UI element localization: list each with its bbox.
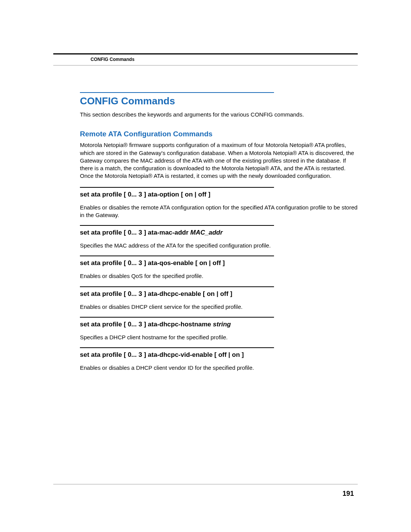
content-area: CONFIG Commands This section describes t… bbox=[53, 92, 358, 372]
command-rule bbox=[80, 347, 274, 348]
command-heading: set ata profile [ 0... 3 ] ata-mac-addr … bbox=[80, 229, 358, 236]
command-rule bbox=[80, 256, 274, 256]
command-heading-text: set ata profile [ 0... 3 ] ata-dhcpc-vid… bbox=[80, 351, 244, 358]
command-heading-text: set ata profile [ 0... 3 ] ata-dhcpc-hos… bbox=[80, 321, 213, 328]
running-header: CONFIG Commands bbox=[53, 57, 358, 62]
command-block: set ata profile [ 0... 3 ] ata-dhcpc-vid… bbox=[80, 347, 358, 372]
command-heading-text: set ata profile [ 0... 3 ] ata-mac-addr bbox=[80, 229, 190, 236]
command-heading: set ata profile [ 0... 3 ] ata-qos-enabl… bbox=[80, 259, 358, 267]
command-heading: set ata profile [ 0... 3 ] ata-dhcpc-hos… bbox=[80, 321, 358, 328]
command-heading-text: set ata profile [ 0... 3 ] ata-qos-enabl… bbox=[80, 259, 225, 267]
command-heading-italic: MAC_addr bbox=[190, 229, 223, 236]
command-block: set ata profile [ 0... 3 ] ata-dhcpc-ena… bbox=[80, 286, 358, 311]
command-heading: set ata profile [ 0... 3 ] ata-dhcpc-ena… bbox=[80, 290, 358, 298]
command-block: set ata profile [ 0... 3 ] ata-mac-addr … bbox=[80, 225, 358, 249]
command-rule bbox=[80, 225, 274, 226]
document-page: CONFIG Commands CONFIG Commands This sec… bbox=[0, 0, 411, 532]
command-description: Specifies a DHCP client hostname for the… bbox=[80, 334, 358, 341]
command-description: Enables or disables a DHCP client vendor… bbox=[80, 364, 358, 372]
command-block: set ata profile [ 0... 3 ] ata-option [ … bbox=[80, 187, 358, 219]
command-description: Enables or disables DHCP client service … bbox=[80, 303, 358, 311]
subsection-title: Remote ATA Configuration Commands bbox=[80, 130, 358, 138]
command-block: set ata profile [ 0... 3 ] ata-dhcpc-hos… bbox=[80, 317, 358, 341]
page-footer: 191 bbox=[53, 484, 358, 498]
command-rule bbox=[80, 187, 274, 188]
footer-rule bbox=[53, 484, 358, 484]
command-description: Enables or disables the remote ATA confi… bbox=[80, 204, 358, 219]
command-heading-text: set ata profile [ 0... 3 ] ata-option [ … bbox=[80, 191, 210, 198]
command-heading: set ata profile [ 0... 3 ] ata-dhcpc-vid… bbox=[80, 351, 358, 359]
command-heading-text: set ata profile [ 0... 3 ] ata-dhcpc-ena… bbox=[80, 290, 233, 297]
command-description: Specifies the MAC address of the ATA for… bbox=[80, 242, 358, 249]
page-number: 191 bbox=[53, 490, 358, 498]
top-thick-rule bbox=[53, 53, 358, 54]
intro-paragraph: This section describes the keywords and … bbox=[80, 111, 358, 118]
command-description: Enables or disables QoS for the specifie… bbox=[80, 272, 358, 280]
command-heading: set ata profile [ 0... 3 ] ata-option [ … bbox=[80, 191, 358, 198]
page-title: CONFIG Commands bbox=[80, 95, 358, 107]
h1-rule bbox=[80, 92, 274, 93]
top-thin-rule bbox=[53, 65, 358, 66]
command-rule bbox=[80, 286, 274, 287]
subsection-body: Motorola Netopia® firmware supports conf… bbox=[80, 141, 358, 180]
command-heading-italic: string bbox=[213, 321, 231, 328]
header-section-label: CONFIG Commands bbox=[91, 57, 134, 62]
command-block: set ata profile [ 0... 3 ] ata-qos-enabl… bbox=[80, 256, 358, 280]
command-rule bbox=[80, 317, 274, 318]
